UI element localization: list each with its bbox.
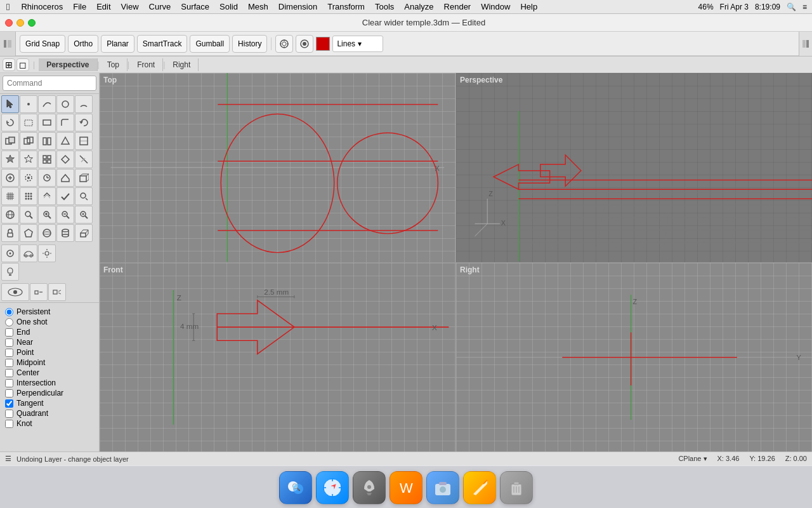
grid-snap-button[interactable]: Grid Snap: [20, 35, 65, 53]
smart-track-button[interactable]: SmartTrack: [137, 35, 188, 53]
menu-dimension[interactable]: Dimension: [273, 0, 322, 14]
fillet-tool[interactable]: [56, 114, 74, 131]
viewport-perspective[interactable]: Perspective: [456, 73, 812, 262]
perpendicular-checkbox[interactable]: [5, 389, 13, 398]
tab-front[interactable]: Front: [129, 58, 163, 71]
sphere-tool[interactable]: [38, 224, 56, 242]
osnap-persistent[interactable]: Persistent: [5, 307, 94, 317]
cylinder-tool[interactable]: [56, 224, 74, 242]
end-checkbox[interactable]: [5, 328, 13, 337]
sun-tool[interactable]: [38, 244, 56, 262]
record-icon[interactable]: [296, 35, 313, 53]
osnap-quadrant[interactable]: Quadrant: [5, 408, 94, 418]
menu-file[interactable]: File: [68, 0, 91, 14]
midpoint-checkbox[interactable]: [5, 359, 13, 367]
persistent-radio[interactable]: [5, 308, 13, 316]
maximize-button[interactable]: [28, 19, 36, 27]
rotate-tool[interactable]: [1, 114, 19, 131]
viewport-front[interactable]: Front 2.5 mm 4 mm X: [100, 263, 455, 452]
close-button[interactable]: [5, 19, 13, 27]
curve-tool[interactable]: [38, 95, 56, 113]
osnap-tangent[interactable]: Tangent: [5, 398, 94, 408]
osnap-near[interactable]: Near: [5, 337, 94, 347]
star2-tool[interactable]: [20, 150, 37, 168]
rectangle-tool[interactable]: [38, 114, 56, 131]
planar-button[interactable]: Planar: [101, 35, 134, 53]
dots-tool[interactable]: [20, 187, 37, 205]
trash-icon[interactable]: [500, 471, 533, 504]
point-tool[interactable]: [20, 95, 37, 113]
select-tool[interactable]: [1, 95, 19, 113]
gumball-button[interactable]: Gumball: [190, 35, 230, 53]
center-checkbox[interactable]: [5, 369, 13, 377]
check-tool[interactable]: [56, 187, 74, 205]
bulb-tool[interactable]: [1, 263, 19, 281]
star-tool[interactable]: [1, 150, 19, 168]
menu-help[interactable]: Help: [515, 0, 542, 14]
split-tool[interactable]: [38, 132, 56, 150]
arc-tool[interactable]: [75, 95, 93, 113]
tab-top[interactable]: Top: [100, 58, 128, 71]
globe-tool[interactable]: [1, 206, 19, 224]
launch-icon[interactable]: [353, 471, 386, 504]
osnap-tool[interactable]: [1, 244, 19, 262]
menu-curve[interactable]: Curve: [144, 0, 176, 14]
viewport-top[interactable]: Top Y X: [100, 73, 455, 262]
osnap-point[interactable]: Point: [5, 347, 94, 358]
web-icon[interactable]: W: [390, 471, 422, 504]
watch-tool[interactable]: [38, 169, 56, 187]
lines-dropdown[interactable]: Lines ▾: [332, 36, 383, 52]
diamond-tool[interactable]: [56, 150, 74, 168]
dotted-circle-tool[interactable]: [20, 169, 37, 187]
apple-menu[interactable]: : [0, 1, 16, 12]
menu-tools[interactable]: Tools: [370, 0, 399, 14]
safari-icon[interactable]: [316, 471, 349, 504]
osnap-perpendicular[interactable]: Perpendicular: [5, 388, 94, 398]
gem-tool[interactable]: [20, 224, 37, 242]
osnap-knot[interactable]: Knot: [5, 418, 94, 429]
oneshot-radio[interactable]: [5, 318, 13, 326]
point-checkbox[interactable]: [5, 349, 13, 357]
push-pull-tool[interactable]: [38, 187, 56, 205]
panel-toggle-right[interactable]: [799, 32, 812, 56]
menu-transform[interactable]: Transform: [322, 0, 370, 14]
menu-edit[interactable]: Edit: [91, 0, 115, 14]
osnap-intersection[interactable]: Intersection: [5, 378, 94, 388]
tangent-checkbox[interactable]: [5, 399, 13, 408]
viewport-area[interactable]: Top Y X Perspec: [100, 73, 812, 451]
eye-tool[interactable]: [1, 283, 29, 301]
panel-toggle-left[interactable]: [0, 32, 16, 56]
minimize-button[interactable]: [16, 19, 24, 27]
menu-surface[interactable]: Surface: [176, 0, 214, 14]
lock-tool[interactable]: [1, 224, 19, 242]
car-tool[interactable]: [20, 244, 37, 262]
zoom-tool[interactable]: [75, 187, 93, 205]
extrude-tool[interactable]: [75, 224, 93, 242]
triangle-tool[interactable]: [56, 132, 74, 150]
history-button[interactable]: History: [232, 35, 267, 53]
tab-perspective[interactable]: Perspective: [39, 58, 97, 71]
menu-mesh[interactable]: Mesh: [243, 0, 273, 14]
box-tool[interactable]: [75, 169, 93, 187]
search-icon[interactable]: 🔍: [787, 3, 796, 11]
viewport-right[interactable]: Right Y Z: [456, 263, 812, 452]
menu-window[interactable]: Window: [476, 0, 515, 14]
menu-solid[interactable]: Solid: [214, 0, 243, 14]
control-icon[interactable]: ≡: [802, 3, 807, 11]
command-input[interactable]: [3, 76, 96, 91]
menu-render[interactable]: Render: [439, 0, 476, 14]
zoom-out-tool[interactable]: [56, 206, 74, 224]
camera-icon[interactable]: [426, 471, 459, 504]
box-select-tool[interactable]: [20, 114, 37, 131]
quadrant-checkbox[interactable]: [5, 410, 13, 418]
cplane-dropdown[interactable]: CPlane ▾: [678, 455, 707, 463]
circle-tool[interactable]: [56, 95, 74, 113]
search-tool[interactable]: [20, 206, 37, 224]
trim-tool[interactable]: [75, 150, 93, 168]
union-tool[interactable]: [20, 132, 37, 150]
color-swatch[interactable]: [316, 37, 330, 51]
ortho-button[interactable]: Ortho: [68, 35, 98, 53]
plus-tool[interactable]: [1, 169, 19, 187]
menu-analyze[interactable]: Analyze: [399, 0, 438, 14]
osnap-oneshot[interactable]: One shot: [5, 317, 94, 327]
